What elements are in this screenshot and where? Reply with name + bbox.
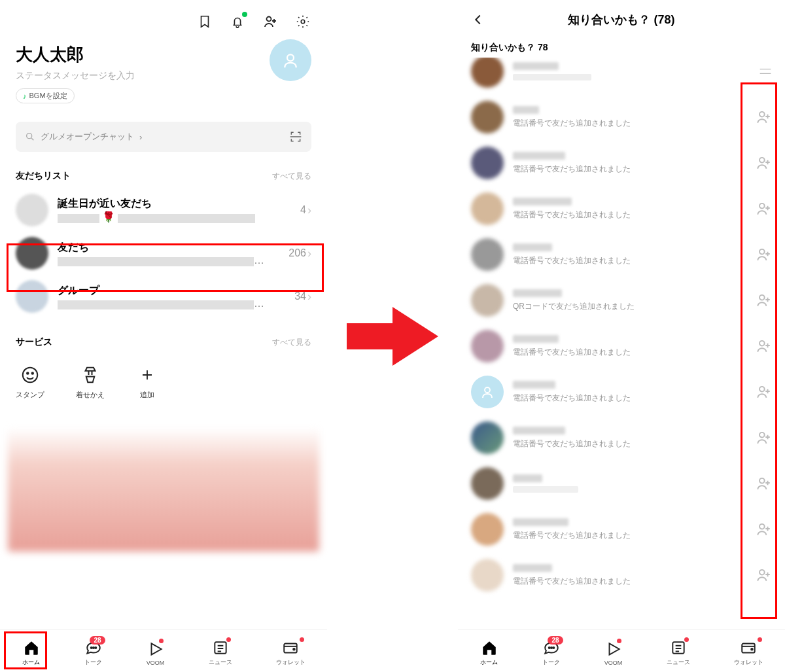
- add-friend-icon[interactable]: [755, 383, 772, 400]
- nav-talk[interactable]: 28 トーク: [542, 639, 561, 667]
- service-theme[interactable]: 着せかえ: [76, 364, 105, 400]
- see-all-link[interactable]: すべて見る: [272, 337, 311, 348]
- add-friend-icon[interactable]: [755, 292, 772, 309]
- services-section-title: サービス: [16, 336, 52, 348]
- svg-point-20: [759, 387, 765, 392]
- list-item-friends[interactable]: 友だち … 206›: [0, 232, 327, 275]
- bell-icon[interactable]: [229, 13, 246, 30]
- svg-point-16: [759, 249, 765, 255]
- list-item-birthday[interactable]: 誕生日が近い友だち 🌹 4›: [0, 188, 327, 232]
- svg-point-18: [759, 341, 765, 346]
- nav-voom[interactable]: VOOM: [604, 640, 623, 666]
- svg-point-8: [92, 647, 94, 648]
- svg-point-4: [23, 368, 38, 383]
- profile-name[interactable]: 大人太郎: [16, 43, 311, 66]
- suggestion-row[interactable]: QRコードで友だち追加されました: [458, 277, 785, 323]
- nav-wallet[interactable]: ウォレット: [276, 639, 305, 667]
- svg-point-13: [759, 112, 765, 117]
- svg-point-1: [301, 20, 305, 24]
- suggestion-row[interactable]: 電話番号で友だち追加されました: [458, 506, 785, 552]
- svg-point-0: [267, 17, 271, 22]
- list-item-groups[interactable]: グループ … 34›: [0, 275, 327, 318]
- nav-voom[interactable]: VOOM: [147, 640, 165, 666]
- service-stamp[interactable]: スタンプ: [16, 364, 44, 400]
- svg-point-27: [553, 647, 554, 648]
- nav-home[interactable]: ホーム: [22, 639, 41, 667]
- add-friend-icon[interactable]: [755, 246, 772, 263]
- bgm-pill[interactable]: ♪BGMを設定: [16, 88, 75, 103]
- suggestion-row[interactable]: 電話番号で友だち追加されました: [458, 369, 785, 415]
- svg-point-7: [90, 647, 92, 648]
- friends-section-title: 友だちリスト: [16, 170, 71, 182]
- nav-news[interactable]: ニュース: [667, 639, 690, 667]
- svg-point-24: [759, 570, 765, 575]
- suggestion-row[interactable]: 電話番号で友だち追加されました: [458, 552, 785, 598]
- svg-point-6: [32, 372, 34, 374]
- page-title: 知り合いかも？ (78): [568, 12, 674, 27]
- avatar: [16, 237, 48, 270]
- svg-point-15: [759, 203, 765, 209]
- subheader: 知り合いかも？ 78: [458, 35, 785, 58]
- profile-avatar[interactable]: [270, 39, 311, 81]
- scan-icon[interactable]: [289, 130, 302, 143]
- add-friend-icon[interactable]: [755, 338, 772, 355]
- svg-point-22: [759, 478, 765, 484]
- suggestion-row[interactable]: [458, 461, 785, 506]
- bottom-nav: ホーム 28 トーク VOOM ニュース ウォレット: [458, 629, 785, 672]
- suggestion-row[interactable]: 電話番号で友だち追加されました: [458, 415, 785, 461]
- svg-point-19: [485, 387, 490, 393]
- svg-point-26: [550, 647, 551, 648]
- add-friend-icon[interactable]: [755, 109, 772, 126]
- svg-point-9: [95, 647, 96, 648]
- bottom-nav: ホーム 28 トーク VOOM ニュース ウォレット: [0, 629, 327, 672]
- suggestion-row[interactable]: 電話番号で友だち追加されました: [458, 94, 785, 140]
- svg-point-5: [27, 372, 29, 374]
- search-bar[interactable]: グルメオープンチャット›: [16, 122, 311, 152]
- nav-news[interactable]: ニュース: [209, 639, 232, 667]
- avatar: [16, 280, 48, 313]
- add-friend-icon[interactable]: [755, 475, 772, 492]
- svg-point-14: [759, 158, 765, 163]
- see-all-link[interactable]: すべて見る: [272, 171, 311, 182]
- svg-point-30: [751, 648, 753, 650]
- nav-wallet[interactable]: ウォレット: [734, 639, 763, 667]
- add-friend-icon[interactable]: [755, 429, 772, 446]
- add-friend-icon[interactable]: [759, 67, 772, 75]
- add-friend-icon[interactable]: [755, 521, 772, 538]
- bookmark-icon[interactable]: [196, 13, 213, 30]
- svg-point-17: [759, 295, 765, 300]
- suggestion-list: 電話番号で友だち追加されました 電話番号で友だち追加されました 電話番号で友だち…: [458, 58, 785, 672]
- add-friend-icon[interactable]: [755, 567, 772, 584]
- nav-home[interactable]: ホーム: [480, 639, 498, 667]
- suggestion-row[interactable]: 電話番号で友だち追加されました: [458, 186, 785, 232]
- arrow-annotation: [347, 307, 438, 366]
- suggestion-row[interactable]: 電話番号で友だち追加されました: [458, 323, 785, 369]
- banner[interactable]: [8, 427, 319, 552]
- svg-point-21: [759, 433, 765, 438]
- suggestion-row[interactable]: 電話番号で友だち追加されました: [458, 140, 785, 186]
- avatar: [16, 194, 48, 226]
- svg-point-25: [548, 647, 550, 648]
- gear-icon[interactable]: [294, 13, 311, 30]
- svg-point-23: [759, 524, 765, 529]
- svg-point-12: [293, 648, 295, 650]
- suggestion-row[interactable]: 電話番号で友だち追加されました: [458, 232, 785, 277]
- back-button[interactable]: [471, 12, 485, 27]
- add-friend-icon[interactable]: [755, 154, 772, 171]
- add-friend-icon[interactable]: [755, 200, 772, 217]
- svg-point-2: [287, 54, 294, 61]
- nav-talk[interactable]: 28 トーク: [84, 639, 103, 667]
- status-message[interactable]: ステータスメッセージを入力: [16, 70, 311, 82]
- svg-point-3: [27, 133, 32, 139]
- service-add[interactable]: 追加: [136, 364, 158, 400]
- suggestion-row[interactable]: [458, 58, 785, 94]
- add-friend-icon[interactable]: [262, 13, 279, 30]
